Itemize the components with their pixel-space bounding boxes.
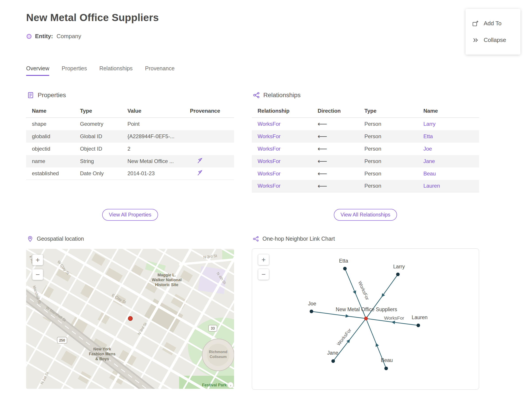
tab-properties[interactable]: Properties (62, 65, 87, 76)
link-chart-section-header: One-hop Neighbor Link Chart (253, 236, 335, 242)
prop-value: 2014-01-23 (127, 168, 190, 180)
view-all-properties-button[interactable]: View All Properties (102, 209, 158, 221)
relationship-row: WorksFor ⟵ Person Jane (252, 155, 479, 168)
route-shield-33: 33 (211, 326, 215, 330)
relationships-section-title: Relationships (263, 92, 301, 99)
rel-type: Person (364, 118, 423, 130)
related-entity-link[interactable]: Joe (423, 146, 432, 152)
graph-node-etta[interactable] (343, 267, 347, 270)
map-canvas[interactable]: 250 33 k Rd W Clay St N 3rd St N 4th St … (26, 249, 234, 389)
add-to-icon (472, 20, 479, 27)
relationship-link[interactable]: WorksFor (258, 133, 281, 139)
edge-label: WorksFor (357, 280, 370, 301)
node-label: Etta (339, 258, 348, 264)
col-provenance: Provenance (190, 105, 234, 118)
map-zoom-controls: + − (32, 255, 43, 280)
provenance-flag-icon[interactable] (197, 157, 203, 164)
double-chevron-right-icon (472, 37, 479, 43)
property-row: globalid Global ID {A228944F-0EF5-... (26, 130, 234, 143)
view-all-relationships-button[interactable]: View All Relationships (334, 209, 397, 221)
provenance-flag-icon[interactable] (197, 169, 203, 176)
relationship-link[interactable]: WorksFor (258, 146, 281, 152)
node-label: Lauren (412, 315, 428, 320)
relationships-section-header: Relationships (253, 92, 301, 99)
relationship-row: WorksFor ⟵ Person Etta (252, 130, 479, 143)
graph-node-center[interactable] (364, 317, 368, 320)
related-entity-link[interactable]: Jane (423, 158, 435, 164)
map-zoom-in-button[interactable]: + (32, 255, 43, 265)
poi-label: Coliseum (210, 355, 227, 359)
view-all-properties-wrap: View All Properties (26, 209, 234, 221)
map-zoom-out-button[interactable]: − (32, 269, 43, 280)
properties-table-wrap: Name Type Value Provenance shape Geometr… (26, 105, 234, 180)
add-to-button[interactable]: Add To (466, 15, 520, 32)
graph-node-lauren[interactable] (417, 324, 420, 327)
map-attribution-toggle[interactable]: › (228, 382, 233, 388)
map-marker[interactable] (128, 317, 133, 321)
tab-provenance[interactable]: Provenance (145, 65, 174, 76)
chart-zoom-out-button[interactable]: − (258, 269, 269, 280)
link-chart-icon (253, 236, 259, 242)
graph-node-joe[interactable] (310, 310, 313, 313)
prop-name: name (26, 155, 80, 168)
prop-provenance (190, 168, 234, 180)
route-shield-250: 250 (59, 338, 65, 342)
rel-type: Person (364, 180, 423, 192)
col-value: Value (127, 105, 190, 118)
tab-relationships[interactable]: Relationships (99, 65, 133, 76)
relationship-row: WorksFor ⟵ Person Beau (252, 168, 479, 180)
poi-label: Festival Park (202, 383, 227, 387)
relationships-table: Relationship Direction Type Name WorksFo… (252, 105, 479, 192)
related-entity-link[interactable]: Etta (423, 133, 433, 139)
col-type: Type (364, 105, 423, 118)
prop-type: Global ID (80, 130, 127, 143)
collapse-button[interactable]: Collapse (466, 32, 520, 48)
tab-overview[interactable]: Overview (26, 65, 49, 76)
prop-type: Geometry (80, 118, 127, 130)
chart-zoom-in-button[interactable]: + (258, 254, 269, 265)
related-entity-link[interactable]: Beau (423, 171, 436, 176)
relationship-row: WorksFor ⟵ Person Lauren (252, 180, 479, 192)
properties-table: Name Type Value Provenance shape Geometr… (26, 105, 234, 180)
prop-type: Object ID (80, 143, 127, 155)
poi-label: Richmond (209, 350, 227, 354)
node-label: Larry (393, 264, 405, 270)
geospatial-section-header: Geospatial location (27, 236, 84, 242)
relationships-icon (253, 92, 260, 99)
view-all-relationships-wrap: View All Relationships (252, 209, 479, 221)
poi-label: Walker National (152, 278, 181, 282)
entity-type-icon (27, 34, 32, 39)
link-chart-canvas[interactable]: WorksFor WorksFor WorksFor Etta Larry Jo… (252, 249, 479, 390)
direction-arrow: ⟵ (318, 182, 327, 190)
prop-name: established (26, 168, 80, 180)
page-title: New Metal Office Suppliers (26, 12, 159, 24)
graph-node-larry[interactable] (396, 273, 400, 276)
col-name: Name (423, 105, 479, 118)
relationship-link[interactable]: WorksFor (258, 158, 281, 164)
property-row: objectid Object ID 2 (26, 143, 234, 155)
node-label: Jane (327, 350, 338, 356)
properties-section-title: Properties (38, 92, 66, 99)
direction-arrow: ⟵ (318, 120, 327, 128)
prop-name: globalid (26, 130, 80, 143)
prop-value: New Metal Office ... (127, 155, 190, 168)
relationship-link[interactable]: WorksFor (258, 171, 281, 176)
prop-type: String (80, 155, 127, 168)
link-chart-section-title: One-hop Neighbor Link Chart (262, 236, 335, 242)
col-type: Type (80, 105, 127, 118)
tab-bar: Overview Properties Relationships Proven… (26, 65, 175, 76)
prop-provenance (190, 118, 234, 130)
relationship-link[interactable]: WorksFor (258, 121, 281, 127)
chart-zoom-controls: + − (258, 254, 269, 280)
attribution-toggle-glyph: › (230, 383, 231, 387)
relationship-link[interactable]: WorksFor (258, 183, 281, 189)
related-entity-link[interactable]: Larry (423, 121, 436, 127)
prop-name: shape (26, 118, 80, 130)
direction-arrow: ⟵ (318, 157, 327, 165)
relationships-header-row: Relationship Direction Type Name (252, 105, 479, 118)
related-entity-link[interactable]: Lauren (423, 183, 440, 189)
graph-node-jane[interactable] (331, 359, 335, 363)
node-label: Joe (308, 301, 316, 307)
entity-type-value: Company (57, 33, 81, 40)
graph-node-beau[interactable] (384, 367, 388, 370)
